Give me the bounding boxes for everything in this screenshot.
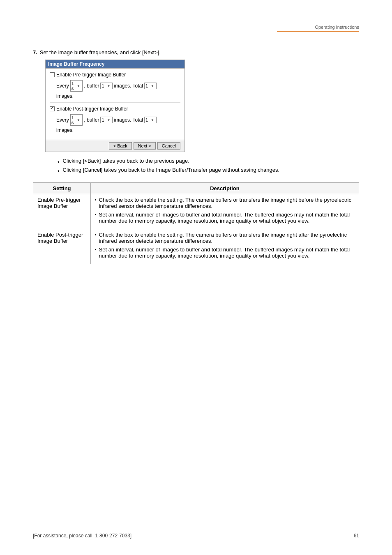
step-text: Set the image buffer frequencies, and cl… <box>40 49 161 55</box>
post-trigger-total-select[interactable]: 1 ▼ <box>144 117 157 123</box>
table-bullet-1-1: • Check the box to enable the setting. T… <box>95 197 355 209</box>
post-trigger-checkbox[interactable] <box>50 106 55 111</box>
footer-assistance: [For assistance, please call: 1-800-272-… <box>33 533 131 539</box>
post-trigger-label-row: Enable Post-trigger Image Buffer <box>50 106 180 112</box>
bullet-list: • Clicking [<Back] takes you back to the… <box>58 158 359 174</box>
cancel-button[interactable]: Cancel <box>157 142 180 150</box>
post-trigger-label: Enable Post-trigger Image Buffer <box>56 106 128 112</box>
table-bullet-dot-1-1: • <box>95 198 97 202</box>
bullet-text-2: Clicking [Cancel] takes you back to the … <box>63 167 280 173</box>
bullet-dot-2: • <box>58 168 60 174</box>
bullet-dot-1: • <box>58 159 60 165</box>
bullet-item-2: • Clicking [Cancel] takes you back to th… <box>58 167 359 174</box>
post-trigger-images-label: images. Total <box>114 117 143 123</box>
post-trigger-buffer-label: , buffer <box>84 117 99 123</box>
table-bullet-text-1-2: Set an interval, number of images to buf… <box>99 212 355 224</box>
info-table: Setting Description Enable Pre-trigger I… <box>33 182 359 264</box>
pre-trigger-total-select[interactable]: 1 ▼ <box>144 83 157 89</box>
page-footer: [For assistance, please call: 1-800-272-… <box>0 533 392 539</box>
dialog-title: Image Buffer Frequency <box>48 61 104 67</box>
post-trigger-buffer-select[interactable]: 1 ▼ <box>100 117 113 123</box>
table-bullet-2-2: • Set an interval, number of images to b… <box>95 246 355 259</box>
table-bullet-text-1-1: Check the box to enable the setting. The… <box>99 197 355 209</box>
bullet-item-1: • Clicking [<Back] takes you back to the… <box>58 158 359 165</box>
orange-accent-line <box>277 31 359 32</box>
table-header-description: Description <box>91 183 359 194</box>
pre-trigger-buffer-label: , buffer <box>84 83 99 89</box>
operating-instructions-label: Operating Instructions <box>315 25 359 30</box>
image-buffer-frequency-dialog: Image Buffer Frequency Enable Pre-trigge… <box>45 60 185 152</box>
step-number: 7. <box>33 49 37 55</box>
table-bullet-2-1: • Check the box to enable the setting. T… <box>95 232 355 244</box>
pre-trigger-every-label: Every <box>56 83 69 89</box>
post-trigger-every-label: Every <box>56 117 69 123</box>
dialog-title-bar: Image Buffer Frequency <box>46 60 184 68</box>
pre-trigger-images-suffix: images. <box>56 93 180 99</box>
table-bullet-1-2: • Set an interval, number of images to b… <box>95 212 355 224</box>
post-trigger-every-select[interactable]: 1 s ▼ <box>70 114 83 126</box>
footer-divider-line <box>33 526 359 526</box>
section-divider <box>50 102 180 103</box>
dialog-footer: < Back Next > Cancel <box>46 140 184 152</box>
table-bullet-text-2-2: Set an interval, number of images to buf… <box>99 246 355 259</box>
table-bullet-dot-2-1: • <box>95 233 97 237</box>
table-row: Enable Pre-trigger Image Buffer • Check … <box>33 194 359 229</box>
table-bullet-dot-2-2: • <box>95 247 97 252</box>
pre-trigger-every-select[interactable]: 1 s ▼ <box>70 80 83 92</box>
dialog-content: Enable Pre-trigger Image Buffer Every 1 … <box>46 68 184 140</box>
pre-trigger-every-row: Every 1 s ▼ , buffer 1 ▼ images. Total 1… <box>56 80 180 92</box>
table-bullet-text-2-1: Check the box to enable the setting. The… <box>99 232 355 244</box>
pre-trigger-label: Enable Pre-trigger Image Buffer <box>56 72 126 78</box>
bullet-text-1: Clicking [<Back] takes you back to the p… <box>63 158 189 164</box>
table-header-setting: Setting <box>33 183 91 194</box>
table-cell-description-1: • Check the box to enable the setting. T… <box>91 194 359 229</box>
table-cell-setting-1: Enable Pre-trigger Image Buffer <box>33 194 91 229</box>
table-bullet-dot-1-2: • <box>95 212 97 217</box>
table-row: Enable Post-trigger Image Buffer • Check… <box>33 229 359 264</box>
post-trigger-images-suffix: images. <box>56 127 180 133</box>
pre-trigger-buffer-select[interactable]: 1 ▼ <box>100 83 113 89</box>
next-button[interactable]: Next > <box>134 142 156 150</box>
pre-trigger-label-row: Enable Pre-trigger Image Buffer <box>50 72 180 78</box>
step-7-section: 7. Set the image buffer frequencies, and… <box>33 49 359 264</box>
pre-trigger-checkbox[interactable] <box>50 72 55 77</box>
post-trigger-every-row: Every 1 s ▼ , buffer 1 ▼ images. Total 1… <box>56 114 180 126</box>
table-cell-setting-2: Enable Post-trigger Image Buffer <box>33 229 91 264</box>
table-cell-description-2: • Check the box to enable the setting. T… <box>91 229 359 264</box>
back-button[interactable]: < Back <box>109 142 132 150</box>
pre-trigger-images-label: images. Total <box>114 83 143 89</box>
footer-page-number: 61 <box>354 533 359 539</box>
